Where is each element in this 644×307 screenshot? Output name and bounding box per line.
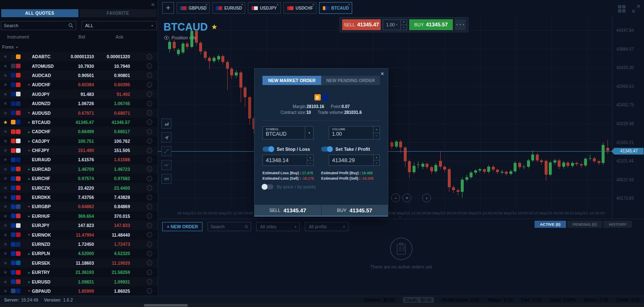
info-icon[interactable]: i xyxy=(147,54,152,59)
quote-row[interactable]: ★ EURCZK 23.4220 23.4400 i xyxy=(0,183,158,192)
stop-loss-toggle[interactable] xyxy=(262,147,273,152)
orders-tab[interactable]: HISTORY xyxy=(603,221,632,228)
info-icon[interactable]: i xyxy=(147,204,152,209)
chart-type-button[interactable] xyxy=(161,119,171,129)
quote-row[interactable]: ★ ▲ EURCHF 0.97574 0.97582 i xyxy=(0,174,158,183)
quote-row[interactable]: ★ AUDCAD 0.90501 0.90801 i xyxy=(0,71,158,80)
chevron-down-icon[interactable]: ▾ xyxy=(305,126,313,139)
favorite-star-icon[interactable]: ★ xyxy=(0,185,11,191)
info-icon[interactable]: i xyxy=(147,110,152,116)
quote-row[interactable]: ★ ▲ EURPLN 4.52000 4.52320 i xyxy=(0,249,158,258)
favorite-star-icon[interactable]: ★ xyxy=(0,129,11,134)
volume-increase-button[interactable]: + xyxy=(374,126,379,133)
sell-button[interactable]: SELL 41345.47 xyxy=(342,19,381,30)
more-options-button[interactable]: • • • xyxy=(455,19,466,30)
timeframe-button[interactable]: 1H xyxy=(161,174,171,184)
by-points-toggle[interactable] xyxy=(262,184,273,189)
favorite-star-icon[interactable]: ★ xyxy=(0,147,11,153)
favorite-star-icon[interactable]: ★ xyxy=(0,91,11,97)
search-input[interactable] xyxy=(4,23,68,28)
favorite-star-icon[interactable]: ★ xyxy=(0,119,11,125)
favorite-star-icon[interactable]: ★ xyxy=(0,260,11,266)
indicators-button[interactable] xyxy=(161,160,171,170)
quote-row[interactable]: ★ EURAUD 1.61576 1.61588 i xyxy=(0,155,158,164)
quote-row[interactable]: ★ ▲ CADCHF 0.66499 0.66517 i xyxy=(0,127,158,136)
instrument-filter-dropdown[interactable]: ALL ▾ xyxy=(81,21,157,30)
quote-row[interactable]: ★ ATOMUSD 10.7930 10.7940 i xyxy=(0,61,158,70)
profits-filter-dropdown[interactable]: All profits ▾ xyxy=(305,222,348,231)
info-icon[interactable]: i xyxy=(147,119,152,125)
orders-tab[interactable]: PENDING (0) xyxy=(567,221,602,228)
buy-button[interactable]: BUY 41345.57 xyxy=(409,19,453,30)
favorite-star-icon[interactable]: ★ xyxy=(0,241,11,247)
quotes-tab[interactable]: ALL QUOTES xyxy=(1,9,78,17)
favorite-star-icon[interactable]: ★ xyxy=(0,101,11,106)
price-axis[interactable]: 41345.47 44347.8443884.0743420.3042956.5… xyxy=(612,16,644,219)
favorite-star-icon[interactable]: ★ xyxy=(0,54,11,59)
info-icon[interactable]: i xyxy=(147,166,152,172)
quote-row[interactable]: ★ ▼ GBPAUD 1.85999 1.86025 i xyxy=(0,286,158,296)
orders-tab[interactable]: ACTIVE (0) xyxy=(535,221,566,228)
order-type-tab[interactable]: NEW PENDING ORDER xyxy=(321,76,380,85)
favorite-star-icon[interactable]: ★ xyxy=(0,269,11,275)
zoom-out-button[interactable]: − xyxy=(391,193,400,202)
orders-search[interactable] xyxy=(208,222,251,231)
symbol-field[interactable]: SYMBOL BTCAUD ▾ xyxy=(262,126,314,139)
info-icon[interactable]: i xyxy=(147,148,152,153)
info-icon[interactable]: i xyxy=(147,232,152,237)
info-icon[interactable]: i xyxy=(147,72,152,78)
info-icon[interactable]: i xyxy=(147,270,152,275)
quote-row[interactable]: ★ ▲ EURCAD 1.46709 1.46723 i xyxy=(0,165,158,174)
favorite-star-icon[interactable]: ★ xyxy=(0,166,11,172)
quote-row[interactable]: ★ EURNZD 1.72450 1.72473 i xyxy=(0,240,158,249)
favorite-star-icon[interactable]: ★ xyxy=(0,110,11,116)
favorite-star-icon[interactable]: ★ xyxy=(0,222,11,228)
info-icon[interactable]: i xyxy=(147,82,152,88)
info-icon[interactable]: i xyxy=(147,91,152,97)
volume-increase-button[interactable]: + xyxy=(401,20,407,25)
favorite-star-icon[interactable]: ★ xyxy=(211,23,218,31)
info-icon[interactable]: i xyxy=(147,185,152,191)
quote-row[interactable]: ★ ▼ AUDCHF 0.60384 0.60395 i xyxy=(0,80,158,89)
scroll-forward-button[interactable]: › xyxy=(422,193,431,202)
quote-row[interactable]: ★ ▲ EURHUF 369.654 370.015 i xyxy=(0,212,158,221)
take-profit-decrease-button[interactable]: − xyxy=(374,160,379,165)
quote-row[interactable]: ★ AUDNZD 1.06726 1.06745 i xyxy=(0,99,158,108)
quote-row[interactable]: ★ ▼ CHFJPY 151.490 151.505 i xyxy=(0,146,158,155)
info-icon[interactable]: i xyxy=(147,279,152,284)
scrollbar-thumb[interactable] xyxy=(144,304,188,307)
close-icon[interactable]: × xyxy=(381,70,384,77)
favorite-star-icon[interactable]: ★ xyxy=(0,157,11,163)
info-icon[interactable]: i xyxy=(147,138,152,144)
sides-filter-dropdown[interactable]: All sides ▾ xyxy=(256,222,300,231)
volume-field[interactable]: VOLUME 1.00 + − xyxy=(329,126,380,139)
take-profit-input[interactable]: 41348.29 + − xyxy=(329,155,380,166)
quotes-tab[interactable]: FAVORITE xyxy=(80,9,157,17)
info-icon[interactable]: i xyxy=(147,195,152,200)
horizontal-scrollbar[interactable] xyxy=(0,303,644,307)
take-profit-toggle[interactable] xyxy=(321,147,332,152)
favorite-star-icon[interactable]: ★ xyxy=(0,279,11,285)
order-type-tab[interactable]: NEW MARKET ORDER xyxy=(262,76,321,85)
take-profit-increase-button[interactable]: + xyxy=(374,155,379,160)
quote-row[interactable]: ★ EURSEK 11.18603 11.19020 i xyxy=(0,258,158,268)
info-icon[interactable]: i xyxy=(147,251,152,256)
quote-row[interactable]: ★ ▼ EURGBP 0.84862 0.84869 i xyxy=(0,202,158,211)
favorite-star-icon[interactable]: ★ xyxy=(0,82,11,88)
layout-grid-icon[interactable] xyxy=(617,4,626,13)
collapse-sidebar-icon[interactable]: « xyxy=(151,0,155,8)
favorite-star-icon[interactable]: ★ xyxy=(0,63,11,69)
info-icon[interactable]: i xyxy=(147,288,152,294)
quote-row[interactable]: ★ ▲ EURTRY 21.36193 21.58259 i xyxy=(0,268,158,277)
volume-decrease-button[interactable]: − xyxy=(374,133,379,139)
volume-decrease-button[interactable]: − xyxy=(401,25,407,30)
modal-sell-button[interactable]: SELL 41345.47 xyxy=(254,205,321,216)
stop-loss-decrease-button[interactable]: − xyxy=(307,160,313,165)
stop-loss-increase-button[interactable]: + xyxy=(307,155,313,160)
favorite-star-icon[interactable]: ★ xyxy=(0,204,11,209)
quote-row[interactable]: ★ EURDKK 7.43756 7.43828 i xyxy=(0,193,158,202)
favorite-star-icon[interactable]: ★ xyxy=(0,232,11,238)
info-icon[interactable]: i xyxy=(147,157,152,163)
favorite-star-icon[interactable]: ★ xyxy=(0,250,11,256)
quote-row[interactable]: ★ ▼ AUDUSD 0.67971 0.68071 i xyxy=(0,108,158,117)
